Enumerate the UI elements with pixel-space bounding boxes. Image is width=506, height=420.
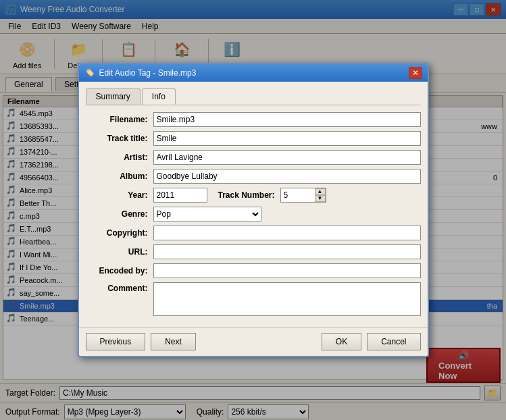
spin-down-button[interactable]: ▼ [315, 195, 326, 202]
artist-input[interactable] [153, 150, 421, 165]
encoded-row: Encoded by: [86, 263, 421, 278]
filename-label: Filename: [86, 115, 153, 124]
comment-row: Comment: [86, 282, 421, 316]
url-label: URL: [86, 247, 153, 257]
album-row: Album: [86, 169, 421, 184]
dialog-footer: Previous Next OK Cancel [79, 327, 428, 356]
dialog-tabs: Summary Info [86, 88, 421, 105]
track-number-input[interactable] [281, 188, 315, 202]
genre-select[interactable]: Pop [153, 207, 261, 221]
url-row: URL: [86, 244, 421, 259]
cancel-button[interactable]: Cancel [367, 333, 420, 350]
track-title-label: Track title: [86, 134, 153, 143]
copyright-label: Copyright: [86, 228, 153, 238]
year-input[interactable] [153, 188, 207, 203]
dialog-footer-left: Previous Next [86, 333, 196, 350]
filename-input[interactable] [153, 112, 421, 127]
dialog-title: Edit Audio Tag - Smile.mp3 [99, 68, 409, 78]
spin-up-button[interactable]: ▲ [315, 188, 326, 195]
track-title-input[interactable] [153, 131, 421, 146]
dialog-tab-summary[interactable]: Summary [86, 88, 141, 105]
dialog-body: Summary Info Filename: Track title: Arti… [79, 82, 428, 327]
dialog-title-bar: 🏷️ Edit Audio Tag - Smile.mp3 ✕ [79, 64, 428, 82]
genre-row: Genre: Pop [86, 207, 421, 221]
track-number-wrap: ▲ ▼ [280, 188, 326, 203]
genre-label: Genre: [86, 209, 153, 219]
copyright-row: Copyright: [86, 226, 421, 240]
comment-label: Comment: [86, 282, 153, 293]
artist-label: Artist: [86, 153, 153, 162]
filename-row: Filename: [86, 112, 421, 127]
copyright-input[interactable] [153, 226, 421, 240]
previous-button[interactable]: Previous [86, 333, 146, 350]
artist-row: Artist: [86, 150, 421, 165]
track-number-label: Track Number: [218, 190, 275, 200]
year-label: Year: [86, 190, 153, 200]
track-title-row: Track title: [86, 131, 421, 146]
url-input[interactable] [153, 244, 421, 259]
modal-overlay: 🏷️ Edit Audio Tag - Smile.mp3 ✕ Summary … [0, 0, 506, 420]
dialog-close-button[interactable]: ✕ [409, 67, 422, 79]
dialog-tab-info[interactable]: Info [142, 88, 176, 105]
album-input[interactable] [153, 169, 421, 184]
encoded-input[interactable] [153, 263, 421, 278]
track-number-spinner: ▲ ▼ [315, 188, 326, 202]
edit-audio-tag-dialog: 🏷️ Edit Audio Tag - Smile.mp3 ✕ Summary … [78, 63, 429, 357]
comment-textarea[interactable] [153, 282, 421, 316]
ok-button[interactable]: OK [322, 333, 361, 350]
year-track-row: Year: Track Number: ▲ ▼ [86, 188, 421, 203]
dialog-footer-right: OK Cancel [322, 333, 421, 350]
album-label: Album: [86, 172, 153, 181]
next-button[interactable]: Next [151, 333, 196, 350]
encoded-label: Encoded by: [86, 266, 153, 275]
dialog-icon: 🏷️ [84, 68, 95, 78]
